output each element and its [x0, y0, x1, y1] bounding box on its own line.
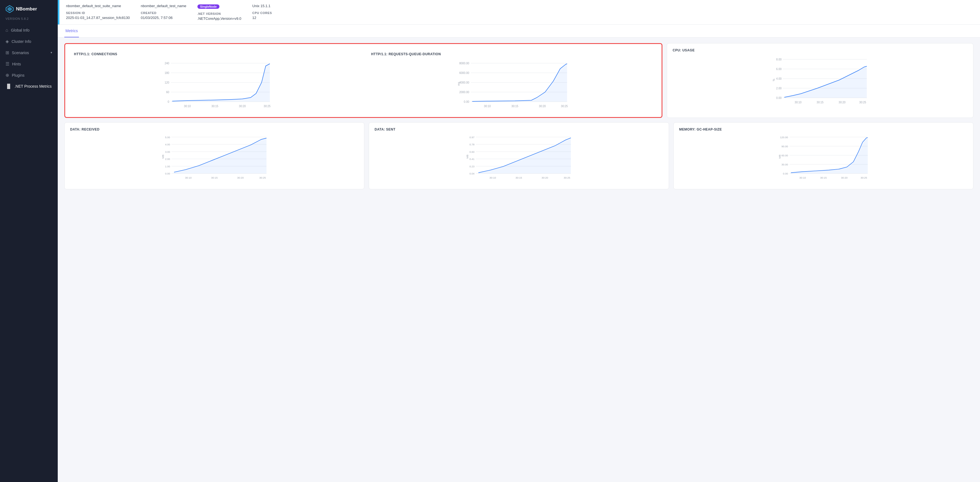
svg-text:0.00: 0.00: [165, 172, 170, 175]
metrics-icon: ▐▌: [5, 84, 12, 89]
svg-text:0.97: 0.97: [470, 136, 475, 139]
node-type-section: SingleNode .NET VERSION .NETCoreApp,Vers…: [197, 4, 242, 21]
svg-text:120.00: 120.00: [780, 136, 788, 139]
svg-text:90.00: 90.00: [781, 145, 788, 148]
main-content: nbomber_default_test_suite_name SESSION …: [58, 0, 980, 482]
scenarios-icon: ⊞: [5, 50, 9, 55]
svg-text:1.00: 1.00: [165, 165, 170, 168]
chart-title-cpu: CPU: USAGE: [673, 48, 967, 52]
cluster-icon: ◈: [5, 39, 9, 44]
svg-text:6.00: 6.00: [776, 68, 782, 71]
svg-text:30:25: 30:25: [259, 176, 266, 179]
hints-icon: ☰: [5, 61, 10, 67]
svg-text:30:25: 30:25: [264, 105, 270, 108]
os-section: Unix 15.1.1 CPU CORES 12: [253, 4, 272, 21]
svg-text:ms: ms: [457, 82, 460, 86]
cpu-cores-label: CPU CORES: [253, 11, 272, 14]
svg-text:30:15: 30:15: [817, 101, 824, 104]
svg-text:0.00: 0.00: [783, 172, 788, 175]
svg-text:120: 120: [165, 81, 169, 84]
version-label: VERSION 5.8.2: [0, 16, 58, 25]
session-id-value: 2025-01-03_14.27.87_session_fcfc8130: [66, 16, 130, 20]
sidebar-item-label: Cluster Info: [11, 39, 31, 44]
chart-container-connections: 240 180 120 60 0 30:10 30:15 30:20 30:25: [74, 60, 356, 110]
chart-http-connections: HTTP/1.1: CONNECTIONS 240 180: [68, 47, 361, 114]
chart-http-queue: HTTP/1.1: REQUESTS-QUEUE-DURATION 8000.0…: [366, 47, 659, 114]
svg-text:30:10: 30:10: [484, 105, 490, 108]
chevron-down-icon: ▾: [51, 51, 52, 54]
info-sections: nbomber_default_test_suite_name SESSION …: [59, 0, 980, 24]
svg-text:5.00: 5.00: [165, 136, 170, 139]
chart-svg-connections: 240 180 120 60 0 30:10 30:15 30:20 30:25: [74, 60, 356, 110]
svg-text:2000.00: 2000.00: [459, 91, 469, 94]
svg-text:30.00: 30.00: [781, 163, 788, 166]
svg-text:30:20: 30:20: [237, 176, 244, 179]
svg-text:60: 60: [166, 91, 169, 94]
chart-svg-received: 5.00 4.00 3.00 2.00 1.00 0.00 MB 30:10 3…: [70, 136, 359, 185]
svg-text:30:20: 30:20: [841, 176, 848, 179]
sidebar: NBomber VERSION 5.8.2 ⌂ Global Info ◈ Cl…: [0, 0, 58, 482]
svg-text:MB: MB: [161, 155, 164, 159]
svg-text:30:25: 30:25: [861, 176, 867, 179]
svg-text:30:10: 30:10: [185, 176, 192, 179]
svg-text:30:10: 30:10: [799, 176, 806, 179]
svg-text:MB: MB: [466, 155, 469, 159]
svg-text:30:10: 30:10: [795, 101, 802, 104]
chart-title-queue: HTTP/1.1: REQUESTS-QUEUE-DURATION: [371, 52, 653, 56]
svg-text:240: 240: [165, 62, 169, 65]
svg-text:2.00: 2.00: [776, 87, 782, 90]
svg-text:30:10: 30:10: [490, 176, 496, 179]
svg-text:30:20: 30:20: [542, 176, 548, 179]
sidebar-item-global-info[interactable]: ⌂ Global Info: [0, 25, 58, 36]
sidebar-item-label: Hints: [12, 62, 21, 66]
suite-name-1: nbomber_default_test_suite_name: [66, 4, 130, 8]
chart-memory-gc: MEMORY: GC-HEAP-SIZE 120.00 90.00 60.00 …: [673, 122, 974, 189]
svg-text:%: %: [773, 79, 776, 81]
chart-container-queue: 8000.00 6000.00 4000.00 2000.00 0.00 ms …: [371, 60, 653, 110]
suite-name-2: nbomber_default_test_name: [141, 4, 186, 8]
chart-container-cpu: 8.00 6.00 4.00 2.00 0.00 % 30:10 30:15 3…: [673, 57, 967, 106]
highlighted-charts-group: HTTP/1.1: CONNECTIONS 240 180: [64, 43, 662, 118]
chart-container-sent: 0.97 0.78 0.60 0.41 0.23 0.04 MB 30:10 3…: [374, 136, 663, 185]
svg-text:30:15: 30:15: [515, 176, 522, 179]
svg-marker-1: [8, 7, 12, 11]
cpu-cores-value: 12: [253, 16, 272, 20]
net-version-label: .NET VERSION: [197, 12, 242, 15]
chart-container-received: 5.00 4.00 3.00 2.00 1.00 0.00 MB 30:10 3…: [70, 136, 359, 185]
svg-text:30:10: 30:10: [184, 105, 191, 108]
os-version: Unix 15.1.1: [253, 4, 272, 8]
net-version-value: .NETCoreApp,Version=v9.0: [197, 16, 242, 21]
sidebar-item-scenarios[interactable]: ⊞ Scenarios ▾: [0, 47, 58, 58]
sidebar-item-plugins[interactable]: ⊕ Plugins: [0, 70, 58, 81]
svg-text:8.00: 8.00: [776, 58, 782, 61]
logo-icon: [5, 5, 14, 13]
svg-text:0.60: 0.60: [470, 150, 475, 153]
svg-text:30:25: 30:25: [561, 105, 568, 108]
svg-text:0: 0: [168, 100, 169, 103]
chart-title-memory: MEMORY: GC-HEAP-SIZE: [679, 127, 967, 132]
chart-title-connections: HTTP/1.1: CONNECTIONS: [74, 52, 356, 56]
home-icon: ⌂: [5, 28, 8, 33]
charts-area: HTTP/1.1: CONNECTIONS 240 180: [58, 38, 980, 195]
sidebar-item-label: Plugins: [12, 73, 24, 78]
svg-text:4.00: 4.00: [165, 143, 170, 146]
svg-text:30:20: 30:20: [239, 105, 246, 108]
tab-metrics[interactable]: Metrics: [64, 25, 79, 37]
sidebar-item-hints[interactable]: ☰ Hints: [0, 58, 58, 70]
svg-text:0.00: 0.00: [464, 100, 469, 103]
svg-text:2.00: 2.00: [165, 157, 170, 160]
sidebar-item-net-process-metrics[interactable]: ▐▌ .NET Process Metrics: [0, 81, 58, 92]
sidebar-item-label: .NET Process Metrics: [14, 84, 52, 89]
svg-text:30:20: 30:20: [539, 105, 546, 108]
chart-svg-queue: 8000.00 6000.00 4000.00 2000.00 0.00 ms …: [371, 60, 653, 110]
sidebar-item-cluster-info[interactable]: ◈ Cluster Info: [0, 36, 58, 47]
created-section: nbomber_default_test_name CREATED 01/03/…: [141, 4, 186, 21]
single-node-badge: SingleNode: [197, 5, 220, 9]
svg-text:6000.00: 6000.00: [459, 71, 469, 75]
svg-text:0.78: 0.78: [470, 143, 475, 146]
chart-svg-memory: 120.00 90.00 60.00 30.00 0.00 MB 30:10 3…: [679, 136, 967, 185]
svg-text:180: 180: [165, 71, 169, 75]
chart-title-sent: DATA: SENT: [374, 127, 663, 132]
created-label: CREATED: [141, 11, 186, 14]
sidebar-item-label: Global Info: [11, 28, 30, 32]
